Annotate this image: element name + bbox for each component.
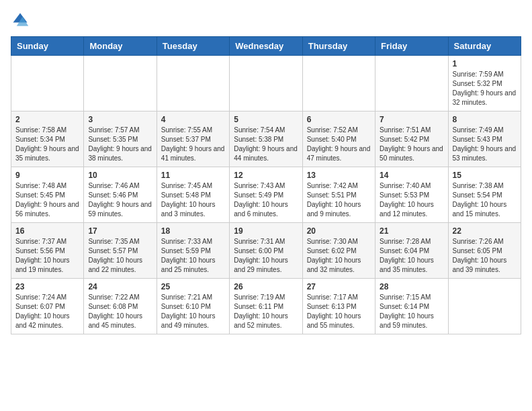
day-number: 20 [307, 226, 371, 236]
calendar-cell: 10Sunrise: 7:46 AM Sunset: 5:46 PM Dayli… [84, 167, 157, 223]
calendar-table: SundayMondayTuesdayWednesdayThursdayFrid… [11, 36, 521, 334]
day-number: 21 [380, 226, 443, 236]
calendar-cell: 23Sunrise: 7:24 AM Sunset: 6:07 PM Dayli… [11, 279, 84, 334]
day-number: 25 [161, 282, 225, 291]
calendar-cell: 6Sunrise: 7:52 AM Sunset: 5:40 PM Daylig… [302, 111, 375, 167]
day-info: Sunrise: 7:48 AM Sunset: 5:45 PM Dayligh… [15, 181, 79, 219]
calendar-cell: 19Sunrise: 7:31 AM Sunset: 6:00 PM Dayli… [230, 223, 302, 279]
calendar-week-row: 1Sunrise: 7:59 AM Sunset: 5:32 PM Daylig… [11, 56, 521, 111]
day-number: 2 [15, 115, 79, 124]
day-number: 8 [453, 115, 517, 124]
day-info: Sunrise: 7:15 AM Sunset: 6:14 PM Dayligh… [380, 293, 443, 330]
day-header-thursday: Thursday [302, 37, 375, 56]
day-info: Sunrise: 7:58 AM Sunset: 5:34 PM Dayligh… [15, 126, 79, 163]
day-header-tuesday: Tuesday [157, 37, 229, 56]
day-info: Sunrise: 7:19 AM Sunset: 6:11 PM Dayligh… [234, 293, 298, 330]
day-header-wednesday: Wednesday [230, 37, 302, 56]
day-info: Sunrise: 7:21 AM Sunset: 6:10 PM Dayligh… [161, 293, 225, 330]
calendar-week-row: 16Sunrise: 7:37 AM Sunset: 5:56 PM Dayli… [11, 223, 521, 279]
calendar-cell [11, 56, 84, 111]
calendar-cell: 28Sunrise: 7:15 AM Sunset: 6:14 PM Dayli… [375, 279, 448, 334]
day-number: 27 [307, 282, 371, 291]
calendar-cell: 25Sunrise: 7:21 AM Sunset: 6:10 PM Dayli… [157, 279, 229, 334]
calendar-cell: 11Sunrise: 7:45 AM Sunset: 5:48 PM Dayli… [157, 167, 229, 223]
day-number: 12 [234, 171, 298, 180]
day-info: Sunrise: 7:31 AM Sunset: 6:00 PM Dayligh… [234, 237, 298, 275]
day-number: 4 [161, 115, 225, 124]
calendar-header-row: SundayMondayTuesdayWednesdayThursdayFrid… [11, 37, 521, 56]
calendar-cell: 7Sunrise: 7:51 AM Sunset: 5:42 PM Daylig… [375, 111, 448, 167]
day-header-monday: Monday [84, 37, 157, 56]
day-info: Sunrise: 7:33 AM Sunset: 5:59 PM Dayligh… [161, 237, 225, 275]
day-number: 16 [15, 226, 79, 236]
day-info: Sunrise: 7:57 AM Sunset: 5:35 PM Dayligh… [88, 126, 152, 163]
calendar-cell: 4Sunrise: 7:55 AM Sunset: 5:37 PM Daylig… [157, 111, 229, 167]
day-header-friday: Friday [375, 37, 448, 56]
day-number: 26 [234, 282, 298, 291]
day-info: Sunrise: 7:35 AM Sunset: 5:57 PM Dayligh… [88, 237, 152, 275]
calendar-cell: 9Sunrise: 7:48 AM Sunset: 5:45 PM Daylig… [11, 167, 84, 223]
day-info: Sunrise: 7:46 AM Sunset: 5:46 PM Dayligh… [88, 181, 152, 219]
calendar-cell: 1Sunrise: 7:59 AM Sunset: 5:32 PM Daylig… [448, 56, 521, 111]
day-info: Sunrise: 7:55 AM Sunset: 5:37 PM Dayligh… [161, 126, 225, 163]
day-number: 23 [15, 282, 79, 291]
day-number: 7 [380, 115, 443, 124]
calendar-cell: 2Sunrise: 7:58 AM Sunset: 5:34 PM Daylig… [11, 111, 84, 167]
day-number: 1 [453, 59, 517, 68]
day-info: Sunrise: 7:42 AM Sunset: 5:51 PM Dayligh… [307, 181, 371, 219]
day-info: Sunrise: 7:54 AM Sunset: 5:38 PM Dayligh… [234, 126, 298, 163]
day-info: Sunrise: 7:26 AM Sunset: 6:05 PM Dayligh… [453, 237, 517, 275]
calendar-cell [230, 56, 302, 111]
day-info: Sunrise: 7:38 AM Sunset: 5:54 PM Dayligh… [453, 181, 517, 219]
day-header-saturday: Saturday [448, 37, 521, 56]
logo [11, 11, 32, 30]
day-info: Sunrise: 7:43 AM Sunset: 5:49 PM Dayligh… [234, 181, 298, 219]
day-number: 19 [234, 226, 298, 236]
calendar-cell: 20Sunrise: 7:30 AM Sunset: 6:02 PM Dayli… [302, 223, 375, 279]
day-number: 10 [88, 171, 152, 180]
calendar-cell [84, 56, 157, 111]
day-number: 17 [88, 226, 152, 236]
day-info: Sunrise: 7:52 AM Sunset: 5:40 PM Dayligh… [307, 126, 371, 163]
day-info: Sunrise: 7:17 AM Sunset: 6:13 PM Dayligh… [307, 293, 371, 330]
calendar-cell: 15Sunrise: 7:38 AM Sunset: 5:54 PM Dayli… [448, 167, 521, 223]
calendar-week-row: 2Sunrise: 7:58 AM Sunset: 5:34 PM Daylig… [11, 111, 521, 167]
day-number: 15 [453, 171, 517, 180]
calendar-cell: 18Sunrise: 7:33 AM Sunset: 5:59 PM Dayli… [157, 223, 229, 279]
day-info: Sunrise: 7:22 AM Sunset: 6:08 PM Dayligh… [88, 293, 152, 330]
day-number: 11 [161, 171, 225, 180]
day-number: 24 [88, 282, 152, 291]
calendar-cell: 21Sunrise: 7:28 AM Sunset: 6:04 PM Dayli… [375, 223, 448, 279]
day-info: Sunrise: 7:37 AM Sunset: 5:56 PM Dayligh… [15, 237, 79, 275]
calendar-cell [375, 56, 448, 111]
calendar-cell: 24Sunrise: 7:22 AM Sunset: 6:08 PM Dayli… [84, 279, 157, 334]
calendar-cell: 8Sunrise: 7:49 AM Sunset: 5:43 PM Daylig… [448, 111, 521, 167]
day-number: 13 [307, 171, 371, 180]
calendar-cell: 3Sunrise: 7:57 AM Sunset: 5:35 PM Daylig… [84, 111, 157, 167]
day-info: Sunrise: 7:59 AM Sunset: 5:32 PM Dayligh… [453, 70, 517, 107]
day-number: 6 [307, 115, 371, 124]
day-info: Sunrise: 7:40 AM Sunset: 5:53 PM Dayligh… [380, 181, 443, 219]
page-header [11, 11, 521, 30]
day-header-sunday: Sunday [11, 37, 84, 56]
calendar-week-row: 23Sunrise: 7:24 AM Sunset: 6:07 PM Dayli… [11, 279, 521, 334]
day-number: 22 [453, 226, 517, 236]
day-info: Sunrise: 7:49 AM Sunset: 5:43 PM Dayligh… [453, 126, 517, 163]
calendar-cell: 27Sunrise: 7:17 AM Sunset: 6:13 PM Dayli… [302, 279, 375, 334]
calendar-cell: 14Sunrise: 7:40 AM Sunset: 5:53 PM Dayli… [375, 167, 448, 223]
day-info: Sunrise: 7:51 AM Sunset: 5:42 PM Dayligh… [380, 126, 443, 163]
calendar-cell: 13Sunrise: 7:42 AM Sunset: 5:51 PM Dayli… [302, 167, 375, 223]
calendar-cell: 22Sunrise: 7:26 AM Sunset: 6:05 PM Dayli… [448, 223, 521, 279]
calendar-cell: 26Sunrise: 7:19 AM Sunset: 6:11 PM Dayli… [230, 279, 302, 334]
calendar-cell: 12Sunrise: 7:43 AM Sunset: 5:49 PM Dayli… [230, 167, 302, 223]
calendar-cell [448, 279, 521, 334]
calendar-week-row: 9Sunrise: 7:48 AM Sunset: 5:45 PM Daylig… [11, 167, 521, 223]
logo-icon [11, 11, 30, 30]
day-info: Sunrise: 7:30 AM Sunset: 6:02 PM Dayligh… [307, 237, 371, 275]
calendar-cell: 5Sunrise: 7:54 AM Sunset: 5:38 PM Daylig… [230, 111, 302, 167]
day-number: 28 [380, 282, 443, 291]
day-number: 3 [88, 115, 152, 124]
calendar-cell [157, 56, 229, 111]
calendar-cell: 17Sunrise: 7:35 AM Sunset: 5:57 PM Dayli… [84, 223, 157, 279]
day-info: Sunrise: 7:28 AM Sunset: 6:04 PM Dayligh… [380, 237, 443, 275]
